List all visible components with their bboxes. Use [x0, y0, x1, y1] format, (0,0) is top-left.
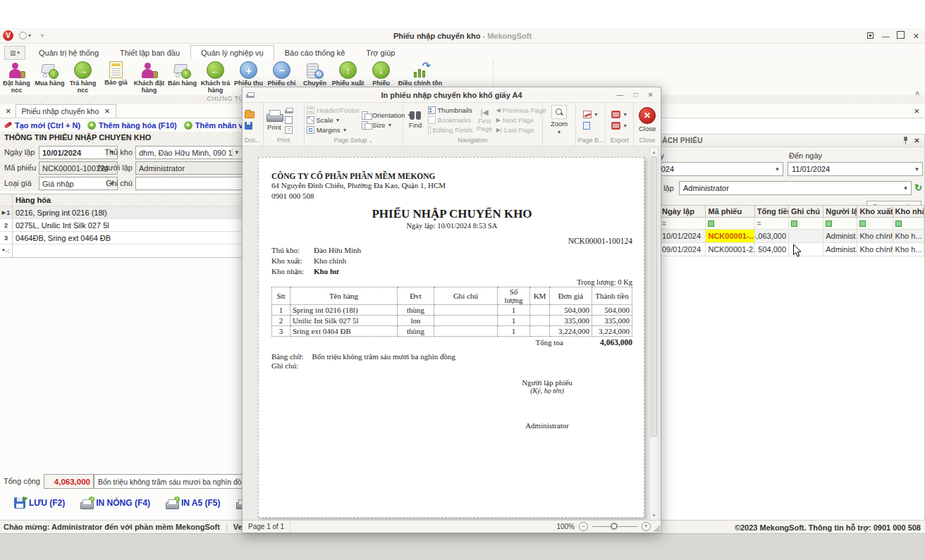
- screen: V ▾ ▿ Phiếu nhập chuyển kho - MekongSoft…: [0, 0, 925, 560]
- text-filter-icon[interactable]: [791, 220, 797, 227]
- add-employee-link[interactable]: + Thêm nhân viên: [184, 121, 243, 130]
- text-filter-icon[interactable]: [708, 220, 714, 227]
- zoom-out-button[interactable]: −: [579, 522, 588, 531]
- watermark-button[interactable]: ▼: [583, 111, 599, 118]
- document-tab[interactable]: Phiếu nhập chuyển kho ✕: [16, 104, 116, 118]
- pin-icon[interactable]: [903, 137, 908, 144]
- zoom-button[interactable]: Zoom ▼: [551, 105, 568, 135]
- create-new-link[interactable]: Tạo mới (Ctrl + N): [4, 121, 80, 130]
- hang-hoa-column-header[interactable]: Hàng hóa: [13, 194, 242, 206]
- voucher-grid-filter-row[interactable]: = =: [660, 218, 924, 230]
- tool-dat-hang-ncc[interactable]: Đặt hàng ncc: [0, 61, 33, 94]
- item-row[interactable]: ▶1 0216, Spring int 0216 (18l): [0, 206, 242, 219]
- close-all-tabs-icon[interactable]: ✕: [0, 108, 16, 118]
- add-item-link[interactable]: + Thêm hàng hóa (F10): [87, 121, 177, 130]
- help-icon[interactable]: ?: [285, 126, 293, 134]
- voucher-grid-header[interactable]: Ngày lập Mã phiếu Tổng tiền Ghi chú Ngườ…: [660, 206, 924, 218]
- resize-grip[interactable]: [653, 525, 660, 532]
- chevron-down-icon[interactable]: ▼: [773, 163, 782, 175]
- tool-ban-hang[interactable]: ↑ Bán hàng: [166, 61, 199, 87]
- find-button[interactable]: Find: [405, 111, 426, 129]
- chevron-down-icon[interactable]: ▼: [912, 163, 921, 175]
- next-page-icon: ▶: [496, 117, 501, 123]
- scroll-down-icon[interactable]: ▼: [652, 511, 656, 520]
- total-in-words[interactable]: Bốn triệu không trăm sáu mươi ba nghìn đ…: [94, 474, 243, 489]
- zoom-slider[interactable]: [592, 526, 637, 527]
- creator-combobox[interactable]: Administrator ▼: [679, 181, 912, 195]
- nguoi-lap-field[interactable]: Administrator: [135, 161, 243, 175]
- ribbon-collapse-icon[interactable]: ^: [915, 91, 919, 99]
- tool-khach-tra-hang[interactable]: ← Khách trả hàng: [199, 61, 232, 94]
- item-row[interactable]: 2 0275L, Unilic Int Silk 027 5l: [0, 219, 242, 232]
- to-date-combobox[interactable]: 11/01/2024 ▼: [788, 162, 923, 176]
- tab-quan-tri-he-thong[interactable]: Quản trị hệ thống: [28, 45, 109, 60]
- chevron-down-icon[interactable]: ▼: [232, 147, 241, 158]
- zoom-control: 100% − +: [556, 522, 661, 531]
- tool-dieu-chinh-ton[interactable]: ↷ Điều chỉnh tồn: [398, 61, 443, 87]
- amount-in-words: Bằng chữ: Bốn triệu không trăm sáu mươi …: [271, 352, 632, 361]
- thu-kho-combobox[interactable]: dhm, Đào Hữu Minh, 090 100 05 ▼: [135, 146, 243, 159]
- form-fields: Ngày lập 10/01/2024 ▼ Thủ kho dhm, Đào H…: [0, 143, 242, 191]
- dialog-minimize-button[interactable]: —: [617, 91, 624, 99]
- tool-bao-gia[interactable]: Báo giá: [99, 61, 133, 86]
- items-grid-header[interactable]: Hàng hóa: [0, 194, 242, 206]
- tab-bao-cao-thong-ke[interactable]: Báo cáo thống kê: [274, 45, 356, 60]
- close-preview-button[interactable]: ✕ Close: [639, 107, 656, 132]
- tab-thiet-lap-ban-dau[interactable]: Thiết lập ban đầu: [109, 45, 190, 60]
- scale-button[interactable]: Scale▼: [307, 116, 360, 124]
- tabstrip-close-icon[interactable]: ✕: [914, 108, 925, 118]
- print-a5-button[interactable]: ? IN A5 (F5): [166, 497, 221, 509]
- page-color-icon: [583, 122, 590, 130]
- export-document-button[interactable]: ▼: [611, 111, 627, 118]
- equals-filter-icon[interactable]: =: [757, 220, 761, 228]
- close-tab-icon[interactable]: ✕: [104, 108, 110, 115]
- text-filter-icon[interactable]: [859, 220, 866, 227]
- zoom-in-button[interactable]: +: [642, 522, 651, 531]
- ghi-chu-field[interactable]: [135, 177, 243, 190]
- preview-surface[interactable]: CÔNG TY CỔ PHẦN PHẦN MỀM MEKONG 64 Nguyễ…: [243, 147, 661, 521]
- tool-phieu-xuat[interactable]: ↑ Phiếu xuất: [331, 61, 365, 87]
- print-options-icon[interactable]: [285, 116, 293, 124]
- tab-tro-giup[interactable]: Trợ giúp: [355, 45, 405, 60]
- close-button[interactable]: ✕: [913, 32, 919, 39]
- editing-fields-icon: [428, 126, 431, 134]
- print-button[interactable]: Print: [266, 108, 283, 131]
- margins-button[interactable]: Margins▼: [307, 126, 360, 134]
- tool-phieu-chi[interactable]: − Phiếu chi: [265, 61, 298, 87]
- group-expand-icon[interactable]: ⌄: [369, 138, 373, 143]
- equals-filter-icon[interactable]: =: [662, 220, 666, 228]
- company-name: CÔNG TY CỔ PHẦN PHẦN MỀM MEKONG: [271, 172, 632, 180]
- restore-button[interactable]: [898, 32, 905, 39]
- preview-scrollbar[interactable]: ▲ ▼: [649, 147, 658, 521]
- open-document-icon[interactable]: [245, 111, 255, 118]
- save-button[interactable]: ➤ LƯU (F2): [14, 497, 65, 509]
- close-panel-icon[interactable]: ✕: [914, 137, 920, 144]
- dialog-maximize-button[interactable]: □: [634, 91, 638, 99]
- scrollbar-thumb[interactable]: [651, 156, 657, 437]
- item-row[interactable]: 3 0464ĐB, Sring ext 0464 ĐB: [0, 232, 242, 244]
- new-item-row[interactable]: *-:: [0, 244, 242, 257]
- fullscreen-icon[interactable]: [867, 32, 874, 39]
- thumbnails-button[interactable]: Thumbnails: [428, 106, 473, 114]
- tool-phieu-thu[interactable]: ＋ Phiếu thu: [232, 61, 265, 87]
- quick-print-icon[interactable]: [285, 107, 293, 114]
- dialog-close-button[interactable]: ✕: [648, 91, 654, 99]
- text-filter-icon[interactable]: [826, 220, 832, 227]
- page-color-button[interactable]: [583, 122, 599, 130]
- refresh-icon[interactable]: ↻: [914, 182, 922, 193]
- minimize-button[interactable]: —: [882, 32, 890, 39]
- chevron-down-icon[interactable]: ▼: [901, 182, 910, 194]
- tool-tra-hang-ncc[interactable]: → Trả hàng ncc: [66, 61, 99, 94]
- zoom-slider-thumb[interactable]: [611, 523, 618, 530]
- scroll-up-icon[interactable]: ▲: [652, 148, 656, 156]
- print-preview-dialog: In phiếu nhập chuyển kho khổ giấy A4 — □…: [242, 87, 661, 533]
- save-document-icon[interactable]: [245, 122, 252, 130]
- print-hot-button[interactable]: ? IN NÓNG (F4): [80, 497, 150, 509]
- text-filter-icon[interactable]: [895, 220, 902, 227]
- app-menu-button[interactable]: ▥▾: [4, 46, 25, 60]
- tab-quan-ly-nghiep-vu[interactable]: Quản lý nghiệp vụ: [190, 45, 274, 60]
- tool-mua-hang[interactable]: ↓ Mua hàng: [33, 61, 66, 87]
- voucher-row[interactable]: 10/01/2024 NCK00001-... 4,063,000 Admini…: [660, 230, 924, 243]
- send-document-button[interactable]: ▼: [611, 122, 627, 130]
- tool-khach-dat-hang[interactable]: Khách đặt hàng: [133, 61, 166, 94]
